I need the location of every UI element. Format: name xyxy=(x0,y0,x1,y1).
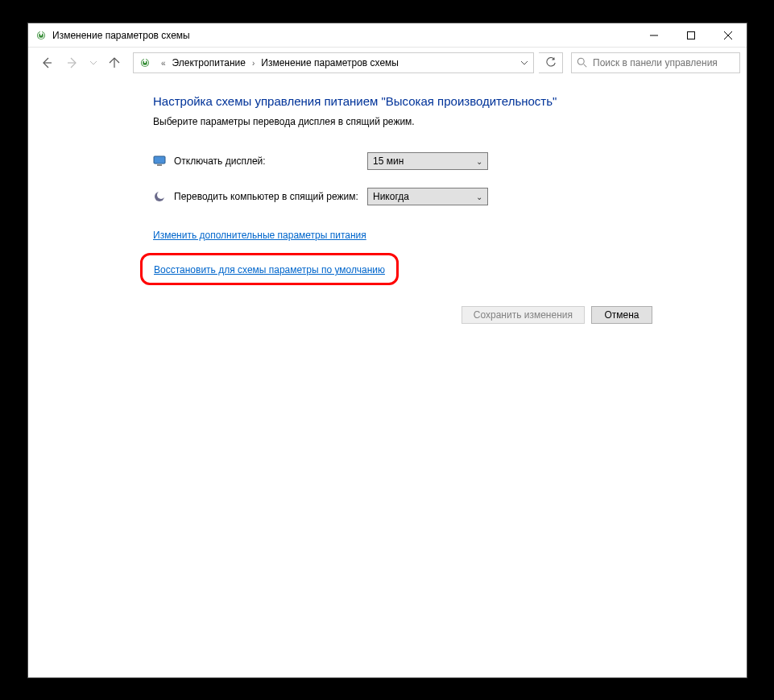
select-value: Никогда xyxy=(373,191,409,202)
svg-point-18 xyxy=(157,191,165,199)
refresh-button[interactable] xyxy=(539,52,563,73)
navbar: « Электропитание › Изменение параметров … xyxy=(28,48,747,78)
arrow-up-icon xyxy=(108,56,121,69)
sleep-select[interactable]: Никогда ⌄ xyxy=(367,188,488,205)
close-button[interactable] xyxy=(710,23,747,47)
cancel-button[interactable]: Отмена xyxy=(591,306,652,324)
link-row: Изменить дополнительные параметры питани… xyxy=(153,227,652,242)
address-dropdown[interactable] xyxy=(515,53,533,72)
up-button[interactable] xyxy=(102,51,126,75)
setting-display-off: Отключать дисплей: 15 мин ⌄ xyxy=(153,150,652,172)
monitor-icon xyxy=(153,155,166,168)
svg-line-14 xyxy=(584,64,587,68)
breadcrumb-sep-icon: › xyxy=(247,59,259,68)
display-off-select[interactable]: 15 мин ⌄ xyxy=(367,152,488,170)
back-button[interactable] xyxy=(35,51,59,75)
minimize-button[interactable] xyxy=(635,23,673,47)
forward-button[interactable] xyxy=(60,51,85,75)
page-subtitle: Выберите параметры перевода дисплея в сп… xyxy=(153,116,652,127)
svg-rect-4 xyxy=(688,31,695,39)
chevron-down-icon: ⌄ xyxy=(476,193,482,201)
restore-defaults-link[interactable]: Восстановить для схемы параметры по умол… xyxy=(154,264,385,275)
power-icon xyxy=(139,56,151,69)
refresh-icon xyxy=(545,57,557,68)
addressbar[interactable]: « Электропитание › Изменение параметров … xyxy=(133,52,534,73)
arrow-left-icon xyxy=(40,56,53,69)
chevron-down-icon xyxy=(521,60,528,66)
svg-rect-15 xyxy=(154,156,165,164)
search-box[interactable] xyxy=(571,52,740,73)
close-icon xyxy=(724,31,732,39)
minimize-icon xyxy=(650,31,658,39)
select-value: 15 мин xyxy=(373,155,404,167)
window-title: Изменение параметров схемы xyxy=(52,30,635,41)
arrow-right-icon xyxy=(66,56,79,69)
page-title: Настройка схемы управления питанием "Выс… xyxy=(153,94,652,108)
breadcrumb-item[interactable]: Изменение параметров схемы xyxy=(259,57,400,68)
power-icon xyxy=(35,29,48,42)
save-button: Сохранить изменения xyxy=(462,306,585,324)
chevron-down-icon: ⌄ xyxy=(476,157,482,166)
maximize-button[interactable] xyxy=(673,23,710,47)
titlebar: Изменение параметров схемы xyxy=(28,23,747,48)
breadcrumb-sep-icon: « xyxy=(156,59,171,68)
highlight-annotation: Восстановить для схемы параметры по умол… xyxy=(140,253,399,285)
moon-icon xyxy=(153,190,166,203)
breadcrumb-item[interactable]: Электропитание xyxy=(171,57,247,68)
search-icon xyxy=(577,57,588,68)
svg-rect-16 xyxy=(157,164,162,166)
inner-panel: Настройка схемы управления питанием "Выс… xyxy=(153,94,652,324)
window-buttons xyxy=(635,23,747,47)
svg-point-13 xyxy=(577,58,584,64)
content-area: Настройка схемы управления питанием "Выс… xyxy=(28,78,747,677)
display-off-label: Отключать дисплей: xyxy=(174,155,367,167)
sleep-label: Переводить компьютер в спящий режим: xyxy=(174,191,367,202)
setting-sleep: Переводить компьютер в спящий режим: Ник… xyxy=(153,185,652,208)
window-frame: Изменение параметров схемы xyxy=(27,23,747,678)
search-input[interactable] xyxy=(593,57,739,68)
recent-button[interactable] xyxy=(86,51,101,75)
button-row: Сохранить изменения Отмена xyxy=(153,306,652,324)
chevron-down-icon xyxy=(90,60,97,66)
advanced-settings-link[interactable]: Изменить дополнительные параметры питани… xyxy=(153,230,366,241)
maximize-icon xyxy=(687,31,695,39)
